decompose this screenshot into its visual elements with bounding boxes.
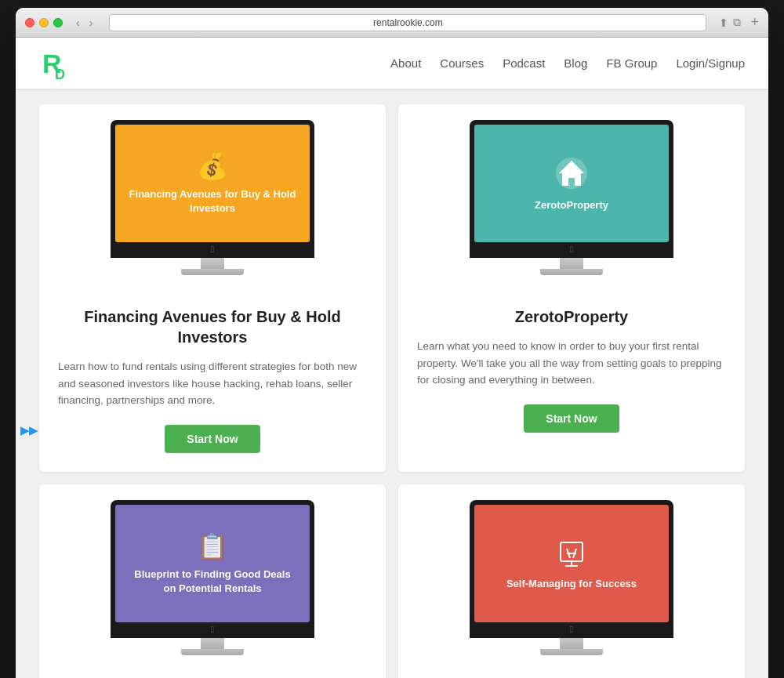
nav-login-signup[interactable]: Login/Signup [676,56,745,70]
imac-screen-outer-self: Self-Managing for Success  [470,500,673,638]
imac-base-1 [181,269,244,275]
start-button-zero[interactable]: Start Now [524,404,619,433]
imac-financing: 💰 Financing Avenues for Buy & Hold Inves… [111,120,314,275]
start-button-financing[interactable]: Start Now [165,425,260,453]
imac-stand-4 [560,638,583,649]
imac-stand-2 [560,258,583,269]
browser-window: ‹ › rentalrookie.com ⬆ ⧉ + R D About Cou… [16,8,768,678]
back-button[interactable]: ‹ [72,15,84,31]
card-desc-zero: Learn what you need to know in order to … [417,338,726,389]
website-content: R D About Courses Podcast Blog FB Group … [16,38,768,678]
card-body-self: Self-Managing for Success [398,671,745,678]
card-body-financing: Financing Avenues for Buy & Hold Investo… [39,291,386,472]
nav-blog[interactable]: Blog [564,56,587,70]
apple-logo-2:  [570,244,573,255]
imac-stand-1 [201,258,224,269]
screen-icon-financing: 💰 [197,151,228,181]
site-header: R D About Courses Podcast Blog FB Group … [16,38,768,89]
screen-title-zero: ZerotoProperty [522,198,621,212]
address-bar[interactable]: rentalrookie.com [109,14,706,31]
duplicate-button[interactable]: ⧉ [733,16,741,29]
card-body-zero: ZerotoProperty Learn what you need to kn… [398,291,745,451]
url-text: rentalrookie.com [373,17,443,28]
browser-titlebar: ‹ › rentalrookie.com ⬆ ⧉ + [16,8,768,38]
apple-logo-3:  [211,624,214,635]
card-top-zero: ZerotoProperty  [398,104,745,291]
add-tab-button[interactable]: + [750,14,759,31]
forward-button[interactable]: › [85,15,97,31]
imac-screen-outer-blueprint: 📋 Blueprint to Finding Good Deals on Pot… [111,500,314,638]
screen-title-blueprint: Blueprint to Finding Good Deals on Poten… [115,567,310,596]
svg-rect-4 [561,542,583,561]
screen-title-self: Self-Managing for Success [494,577,649,591]
screen-title-financing: Financing Avenues for Buy & Hold Investo… [115,187,310,216]
imac-base-4 [540,649,603,655]
card-top-blueprint: 📋 Blueprint to Finding Good Deals on Pot… [39,484,386,671]
site-nav: About Courses Podcast Blog FB Group Logi… [390,56,745,70]
course-card-blueprint: 📋 Blueprint to Finding Good Deals on Pot… [39,484,386,678]
imac-zero: ZerotoProperty  [470,120,673,275]
card-title-financing: Financing Avenues for Buy & Hold Investo… [58,306,367,347]
imac-screen-zero: ZerotoProperty [474,125,669,242]
apple-logo-4:  [570,624,573,635]
tools-icon [554,536,589,571]
card-body-blueprint: Blueprint to Finding Good Deals on Poten… [39,671,386,678]
share-button[interactable]: ⬆ [719,16,728,29]
browser-nav-buttons: ‹ › [72,15,96,31]
imac-self-managing: Self-Managing for Success  [470,500,673,655]
house-icon [553,154,590,192]
imac-screen-financing: 💰 Financing Avenues for Buy & Hold Inves… [115,125,310,242]
screen-icon-blueprint: 📋 [197,531,228,561]
courses-grid: 💰 Financing Avenues for Buy & Hold Inves… [39,104,745,678]
apple-logo-1:  [211,244,214,255]
imac-base-3 [181,649,244,655]
course-card-financing: 💰 Financing Avenues for Buy & Hold Inves… [39,104,386,472]
imac-stand-3 [201,638,224,649]
imac-base-2 [540,269,603,275]
card-desc-financing: Learn how to fund rentals using differen… [58,358,367,409]
card-top-self-managing: Self-Managing for Success  [398,484,745,671]
imac-screen-outer-zero: ZerotoProperty  [470,120,673,258]
nav-about[interactable]: About [390,56,421,70]
minimize-button[interactable] [39,18,49,27]
imac-screen-blueprint: 📋 Blueprint to Finding Good Deals on Pot… [115,505,310,622]
imac-screen-outer-financing: 💰 Financing Avenues for Buy & Hold Inves… [111,120,314,258]
course-card-zero-to-property: ZerotoProperty  ZerotoProperty Learn wh… [398,104,745,472]
card-title-zero: ZerotoProperty [417,306,726,327]
logo-area: R D [39,45,77,82]
sidebar-arrows: ▶▶ [20,424,38,437]
browser-actions: ⬆ ⧉ [719,16,741,29]
traffic-lights [25,18,63,27]
card-top-financing: 💰 Financing Avenues for Buy & Hold Inves… [39,104,386,291]
course-card-self-managing: Self-Managing for Success  Self-Managin… [398,484,745,678]
maximize-button[interactable] [53,18,63,27]
imac-screen-self: Self-Managing for Success [474,505,669,622]
imac-blueprint: 📋 Blueprint to Finding Good Deals on Pot… [111,500,314,655]
nav-fb-group[interactable]: FB Group [606,56,657,70]
site-logo[interactable]: R D [39,45,77,82]
site-main: ▶▶ 💰 Financing Avenues for Buy & Hold In… [16,89,768,678]
close-button[interactable] [25,18,34,27]
nav-podcast[interactable]: Podcast [503,56,545,70]
nav-courses[interactable]: Courses [440,56,484,70]
svg-text:D: D [55,67,65,82]
